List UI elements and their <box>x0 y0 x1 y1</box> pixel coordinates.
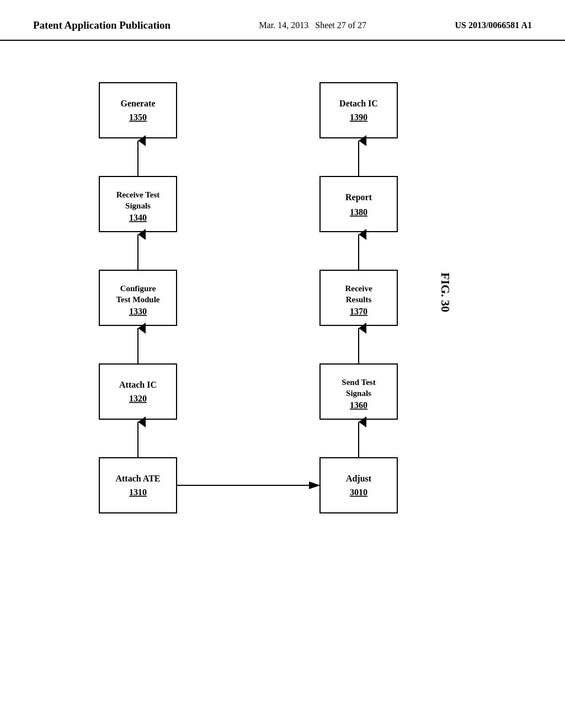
label-send-test-signals: Send Test <box>342 378 375 387</box>
number-1310: 1310 <box>129 488 147 497</box>
figure-label: FIG. 30 <box>439 272 452 312</box>
number-1380: 1380 <box>350 207 367 217</box>
label-results: Results <box>346 295 372 304</box>
label-detach-ic: Detach IC <box>339 99 378 108</box>
label-signals-2: Signals <box>346 389 371 398</box>
label-attach-ate: Attach ATE <box>115 474 160 483</box>
number-1360: 1360 <box>350 400 367 410</box>
number-1340: 1340 <box>129 213 147 222</box>
number-1350: 1350 <box>129 113 147 122</box>
label-attach-ic: Attach IC <box>119 380 157 389</box>
header-center: Mar. 14, 2013 Sheet 27 of 27 <box>259 20 366 30</box>
number-3010: 3010 <box>350 488 367 497</box>
number-1330: 1330 <box>129 307 147 316</box>
label-receive-results: Receive <box>345 284 372 293</box>
sheet-info: Sheet 27 of 27 <box>315 20 366 30</box>
label-adjust: Adjust <box>346 474 372 484</box>
box-report-1380 <box>320 176 397 232</box>
number-1370: 1370 <box>350 307 367 316</box>
label-test-module: Test Module <box>116 295 159 304</box>
pub-date: Mar. 14, 2013 <box>259 20 308 30</box>
publication-title: Patent Application Publication <box>33 19 170 31</box>
box-detach-ic-1390 <box>320 83 397 138</box>
box-adjust-3010 <box>320 458 397 513</box>
label-generate: Generate <box>120 99 155 108</box>
box-attach-ic-1320 <box>99 364 177 419</box>
box-generate-1350 <box>99 83 177 138</box>
number-1390: 1390 <box>350 113 367 122</box>
figure-30-diagram: Generate 1350 Receive Test Signals 1340 … <box>28 55 541 706</box>
label-signals: Signals <box>125 201 151 210</box>
label-receive-test-signals: Receive Test <box>116 190 160 199</box>
label-report: Report <box>345 192 372 202</box>
number-1320: 1320 <box>129 394 147 403</box>
label-configure: Configure <box>120 284 156 293</box>
box-attach-ate-1310 <box>99 458 177 513</box>
patent-number: US 2013/0066581 A1 <box>455 20 532 30</box>
